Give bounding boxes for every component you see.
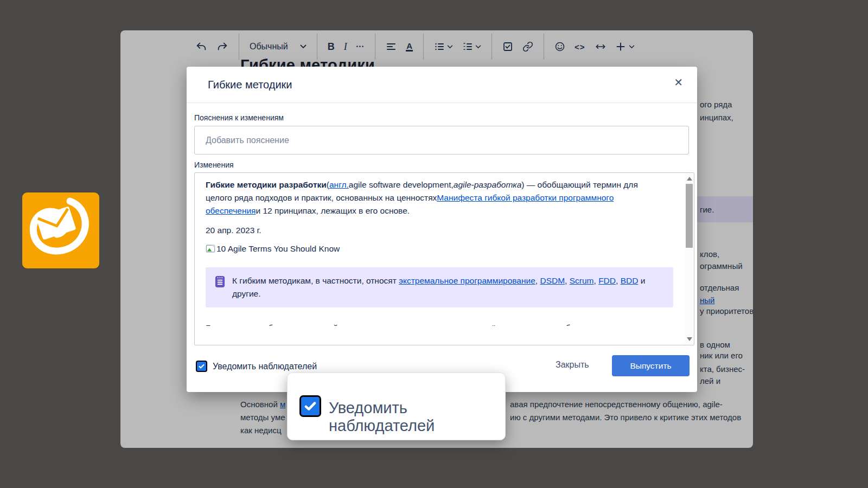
fdd-link[interactable]: FDD bbox=[598, 276, 616, 285]
broken-image-icon bbox=[206, 244, 215, 254]
notify-watchers-checkbox-magnified[interactable] bbox=[299, 395, 321, 417]
text: , bbox=[594, 276, 599, 285]
info-panel: К гибким методикам, в частности, относят… bbox=[206, 267, 673, 307]
changes-preview: Гибкие методики разработки(англ.agile so… bbox=[194, 172, 694, 345]
publish-dialog: Гибкие методики ✕ Пояснения к изменениям… bbox=[187, 67, 697, 392]
dialog-title: Гибкие методики bbox=[208, 79, 292, 91]
image-alt-text: 10 Agile Terms You Should Know bbox=[216, 242, 340, 255]
date-text: 20 апр. 2023 г. bbox=[206, 224, 660, 237]
magnifier-popup: Уведомить наблюдателей bbox=[287, 373, 506, 440]
scrollbar[interactable] bbox=[685, 173, 694, 345]
text: , bbox=[565, 276, 570, 285]
check-icon bbox=[198, 363, 205, 370]
text: К гибким методикам, в частности, относят bbox=[232, 276, 399, 285]
close-button[interactable]: Закрыть bbox=[556, 360, 589, 370]
italic-text: agile-разработка bbox=[454, 180, 521, 189]
publish-button[interactable]: Выпустить bbox=[612, 355, 690, 376]
bdd-link[interactable]: BDD bbox=[621, 276, 639, 285]
mail-logo-icon bbox=[22, 192, 99, 268]
scrollbar-down-arrow[interactable] bbox=[687, 337, 692, 341]
check-icon bbox=[303, 399, 317, 413]
text: , bbox=[616, 276, 621, 285]
dialog-header: Гибкие методики ✕ bbox=[187, 67, 697, 103]
broken-image-line: 10 Agile Terms You Should Know bbox=[206, 242, 660, 255]
close-icon[interactable]: ✕ bbox=[674, 77, 683, 88]
changes-label: Изменения bbox=[194, 160, 234, 169]
changes-content: Гибкие методики разработки(англ.agile so… bbox=[206, 178, 660, 326]
bold-text: Гибкие методики разработки bbox=[206, 180, 327, 189]
scrollbar-thumb[interactable] bbox=[686, 184, 693, 248]
notify-watchers-label-magnified: Уведомить наблюдателей bbox=[329, 399, 505, 435]
dsdm-link[interactable]: DSDM bbox=[540, 276, 565, 285]
lang-link[interactable]: англ. bbox=[329, 180, 349, 189]
notify-watchers-checkbox[interactable] bbox=[196, 361, 207, 372]
notify-watchers-label: Уведомить наблюдателей bbox=[213, 362, 317, 371]
text: и 12 принципах, лежащих в его основе. bbox=[256, 206, 410, 215]
clipped-paragraph: Большинство гибких методологий нацелены … bbox=[206, 322, 660, 326]
comment-label: Пояснения к изменениям bbox=[194, 113, 284, 122]
text: agile software development, bbox=[349, 180, 454, 189]
scrollbar-up-arrow[interactable] bbox=[687, 177, 692, 181]
scrum-link[interactable]: Scrum bbox=[570, 276, 594, 285]
paragraph: Гибкие методики разработки(англ.agile so… bbox=[206, 178, 660, 217]
info-panel-text: К гибким методикам, в частности, относят… bbox=[232, 274, 663, 300]
comment-input[interactable] bbox=[194, 126, 689, 155]
note-icon bbox=[214, 275, 226, 288]
xp-link[interactable]: экстремальное программирование bbox=[399, 276, 535, 285]
mail-notification-logo bbox=[22, 192, 99, 268]
